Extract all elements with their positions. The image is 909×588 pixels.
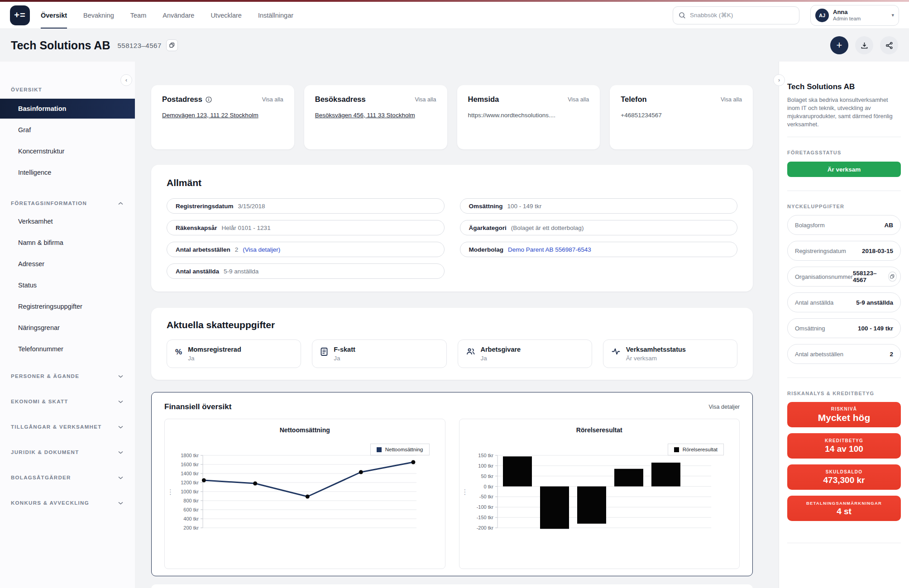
keyrow-organisationsnummer: Organisationsnummer 558123–4567 — [787, 267, 901, 287]
visa-alla-link[interactable]: Visa alla — [721, 96, 742, 103]
sidebar-section-juridik-dokument[interactable]: JURIDIK & DOKUMENT — [0, 442, 135, 462]
card-title: Besöksadress — [315, 95, 366, 104]
field-value: 100 - 149 tkr — [507, 203, 542, 210]
sidebar-item-telefonnummer[interactable]: Telefonnummer — [0, 339, 135, 359]
visa-detaljer-link[interactable]: (Visa detaljer) — [243, 246, 280, 253]
taxcard-value: Ja — [188, 355, 241, 362]
legend-label: Rörelseresultat — [683, 447, 718, 452]
user-name: Anna — [833, 9, 861, 15]
drag-handle-icon[interactable]: ⋮ — [167, 488, 173, 496]
user-menu[interactable]: AJ Anna Admin team ▾ — [810, 5, 899, 26]
riskbox-betalningsanmarkningar: BETALNINGSANMÄRKNINGAR 4 st — [787, 496, 901, 521]
nav-bevakning[interactable]: Bevakning — [83, 2, 114, 29]
sidebar-item-status[interactable]: Status — [0, 275, 135, 295]
chevron-down-icon — [118, 451, 123, 454]
card-besoksadress: Besöksadress Visa alla Besöksvägen 456, … — [304, 85, 447, 149]
key-label: Registreringsdatum — [795, 248, 846, 254]
svg-text:-50 tkr: -50 tkr — [479, 494, 493, 499]
status-badge: Är verksam — [787, 162, 901, 177]
svg-text:1400 tkr: 1400 tkr — [181, 471, 199, 476]
top-navigation-bar: += Översikt Bevakning Team Användare Utv… — [0, 2, 909, 29]
svg-text:-200 tkr: -200 tkr — [476, 525, 493, 531]
svg-text:400 tkr: 400 tkr — [183, 516, 199, 521]
key-label: Antal arbetsställen — [795, 351, 843, 358]
percent-icon: % — [175, 348, 182, 357]
main-nav: Översikt Bevakning Team Användare Utveck… — [41, 2, 293, 29]
left-sidebar: ‹ ÖVERSIKT Basinformation Graf Koncernst… — [0, 62, 135, 588]
risk-label: BETALNINGSANMÄRKNINGAR — [806, 501, 882, 506]
sidebar-item-adresser[interactable]: Adresser — [0, 254, 135, 274]
sidebar-section-personer-agande[interactable]: PERSONER & ÄGANDE — [0, 366, 135, 386]
legend-swatch — [377, 447, 382, 452]
quick-search[interactable] — [673, 6, 799, 24]
copy-orgnumber-button[interactable] — [166, 39, 178, 51]
taxcard-momsregistrerad: % Momsregistrerad Ja — [167, 339, 301, 368]
panel-collapse-button[interactable]: › — [773, 74, 785, 86]
drag-handle-icon[interactable]: ⋮ — [462, 488, 468, 496]
nav-installningar[interactable]: Inställningar — [258, 2, 293, 29]
allmant-title: Allmänt — [167, 177, 737, 188]
keyrow-antal-anstallda: Antal anställda 5-9 anställda — [787, 292, 901, 312]
share-button[interactable] — [880, 36, 898, 54]
keyrow-bolagsform: Bolagsform AB — [787, 215, 901, 235]
chevron-down-icon — [118, 425, 123, 429]
taxcard-label: Verksamhetsstatus — [626, 346, 686, 353]
svg-text:1800 tkr: 1800 tkr — [181, 453, 199, 458]
visa-alla-link[interactable]: Visa alla — [262, 96, 283, 103]
sidebar-section-ekonomi-skatt[interactable]: EKONOMI & SKATT — [0, 392, 135, 411]
card-title: Hemsida — [468, 95, 499, 104]
copy-orgnumber-button[interactable] — [888, 272, 897, 282]
sidebar-item-naringsgrenar[interactable]: Näringsgrenar — [0, 318, 135, 338]
main-content: Postadress Visa alla Demovägen 123, 111 … — [135, 62, 779, 588]
sidebar-item-verksamhet[interactable]: Verksamhet — [0, 211, 135, 231]
besoksadress-value[interactable]: Besöksvägen 456, 111 33 Stockholm — [315, 112, 436, 119]
app-logo[interactable]: += — [10, 5, 30, 25]
sidebar-item-namn-bifirma[interactable]: Namn & bifirma — [0, 233, 135, 253]
sidebar-item-koncernstruktur[interactable]: Koncernstruktur — [0, 141, 135, 161]
rorelseresultat-chart-card: Rörelseresultat Rörelseresultat ⋮ 150 tk… — [459, 419, 740, 569]
page-title-row: Tech Solutions AB 558123–4567 + — [0, 29, 909, 62]
postadress-value[interactable]: Demovägen 123, 111 22 Stockholm — [162, 112, 283, 119]
rorelseresultat-bar-chart: 150 tkr100 tkr50 tkr0 tkr-50 tkr-100 tkr… — [464, 450, 730, 537]
nav-team[interactable]: Team — [130, 2, 146, 29]
download-button[interactable] — [855, 36, 873, 54]
sidebar-item-intelligence[interactable]: Intelligence — [0, 163, 135, 182]
visa-alla-link[interactable]: Visa alla — [568, 96, 589, 103]
sidebar-collapse-button[interactable]: ‹ — [120, 74, 132, 86]
field-agarkategori: Ägarkategori (Bolaget är ett dotterbolag… — [460, 220, 738, 235]
sidebar-item-registreringsuppgifter[interactable]: Registreringsuppgifter — [0, 296, 135, 316]
next-card-peek — [151, 584, 753, 588]
sidebar-section-foretagsinformation[interactable]: FÖRETAGSINFORMATION — [0, 201, 135, 206]
svg-text:150 tkr: 150 tkr — [478, 453, 493, 458]
sidebar-section-tillgangar-verksamhet[interactable]: TILLGÅNGAR & VERKSAMHET — [0, 417, 135, 437]
chevron-down-icon: ▾ — [891, 12, 894, 18]
visa-alla-link[interactable]: Visa alla — [415, 96, 436, 103]
sidebar-section-konkurs-avveckling[interactable]: KONKURS & AVVECKLING — [0, 493, 135, 513]
risk-value: 14 av 100 — [825, 444, 863, 454]
sidebar-section-oversikt: ÖVERSIKT — [0, 87, 135, 92]
section-label: BOLAGSÅTGÄRDER — [11, 475, 71, 480]
key-label: Organisationsnummer — [795, 273, 853, 280]
taxcard-fskatt: F-skatt Ja — [312, 339, 446, 368]
finansiell-oversikt-card: Finansiell översikt Visa detaljer Nettoo… — [151, 392, 753, 576]
taxcard-arbetsgivare: Arbetsgivare Ja — [458, 339, 592, 368]
nav-oversikt[interactable]: Översikt — [41, 2, 67, 29]
divider — [787, 378, 901, 378]
moderbolag-link[interactable]: Demo Parent AB 556987-6543 — [508, 246, 591, 253]
divider — [787, 543, 901, 543]
search-input[interactable] — [690, 12, 794, 19]
add-button[interactable]: + — [830, 36, 848, 54]
info-icon[interactable] — [206, 96, 212, 103]
document-icon — [321, 348, 328, 356]
nav-anvandare[interactable]: Användare — [163, 2, 194, 29]
svg-text:-150 tkr: -150 tkr — [476, 515, 493, 520]
sidebar-item-basinformation[interactable]: Basinformation — [0, 99, 135, 119]
field-label: Omsättning — [469, 203, 503, 210]
org-number: 558123–4567 — [117, 42, 161, 49]
visa-detaljer-link[interactable]: Visa detaljer — [708, 404, 740, 410]
nav-utvecklare[interactable]: Utvecklare — [211, 2, 242, 29]
skatteuppgifter-card: Aktuella skatteuppgifter % Momsregistrer… — [151, 308, 753, 380]
sidebar-section-bolagsatgarder[interactable]: BOLAGSÅTGÄRDER — [0, 468, 135, 488]
sidebar-item-graf[interactable]: Graf — [0, 120, 135, 140]
section-label: PERSONER & ÄGANDE — [11, 373, 79, 379]
